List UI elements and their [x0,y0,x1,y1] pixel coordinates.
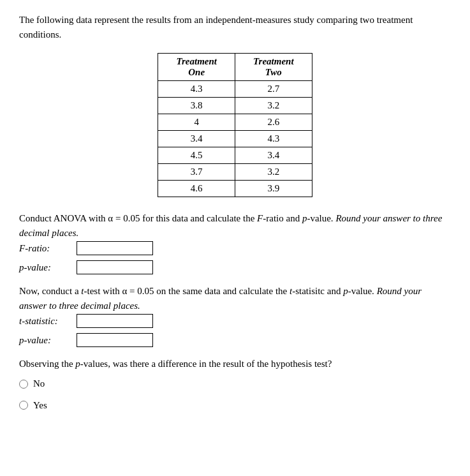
table-row: 3.4 [235,147,312,164]
table-row: 2.6 [235,114,312,131]
f-ratio-label: F-ratio: [19,241,77,256]
table-row: 4.6 [158,181,235,197]
anova-section: Conduct ANOVA with α = 0.05 for this dat… [19,211,451,275]
option-no-label: No [33,376,45,391]
t-statistic-input[interactable] [77,314,153,328]
hypothesis-options: No Yes [19,376,451,413]
f-ratio-row: F-ratio: [19,241,451,256]
ttest-p-value-row: p-value: [19,333,451,348]
table-row: 2.7 [235,81,312,98]
table-row: 4.3 [235,131,312,147]
table-row: 4 [158,114,235,131]
table-row: 3.7 [158,164,235,181]
anova-p-value-label: p-value: [19,260,77,275]
option-yes-row: Yes [19,398,451,413]
hypothesis-section: Observing the p-values, was there a diff… [19,357,451,413]
ttest-section: Now, conduct a t-test with α = 0.05 on t… [19,284,451,348]
anova-instruction: Conduct ANOVA with α = 0.05 for this dat… [19,211,451,241]
data-table-wrapper: Treatment One Treatment Two 4.32.73.83.2… [19,53,451,197]
ttest-p-value-input[interactable] [77,333,153,347]
table-row: 3.2 [235,164,312,181]
intro-text: The following data represent the results… [19,13,427,41]
t-statistic-label: t-statistic: [19,314,77,329]
anova-p-value-input[interactable] [77,260,153,274]
ttest-p-value-label: p-value: [19,333,77,348]
anova-p-value-row: p-value: [19,260,451,275]
data-table: Treatment One Treatment Two 4.32.73.83.2… [158,53,312,197]
f-ratio-input[interactable] [77,241,153,255]
t-statistic-row: t-statistic: [19,314,451,329]
col2-header: Treatment Two [235,54,312,81]
option-no-row: No [19,376,451,391]
table-row: 4.3 [158,81,235,98]
radio-yes[interactable] [19,401,28,410]
table-row: 3.2 [235,98,312,114]
table-row: 3.4 [158,131,235,147]
table-row: 4.5 [158,147,235,164]
option-yes-label: Yes [33,398,47,413]
ttest-instruction: Now, conduct a t-test with α = 0.05 on t… [19,284,451,314]
radio-no[interactable] [19,380,28,389]
table-row: 3.9 [235,181,312,197]
col1-header: Treatment One [158,54,235,81]
hypothesis-question: Observing the p-values, was there a diff… [19,357,451,371]
table-row: 3.8 [158,98,235,114]
